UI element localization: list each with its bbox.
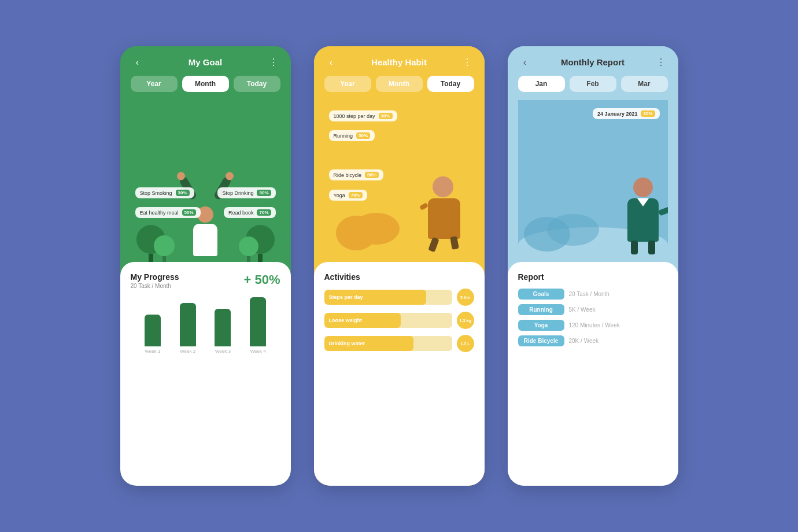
badge-bicycle: Ride bicycle 50%: [329, 169, 384, 180]
progress-title: My Progress: [131, 272, 179, 282]
bar-label-1: Week 1: [145, 349, 160, 354]
cloud-mid: [353, 213, 400, 245]
card-monthly-report: ‹ Monthly Report ⋮ Jan Feb Mar: [508, 46, 678, 486]
report-value-bicycle: 20K / Week: [569, 338, 599, 344]
report-row-goals: Goals 20 Task / Month: [518, 289, 668, 300]
water-bar-fill: Drinking water: [324, 336, 414, 351]
date-badge: 24 January 2021 30%: [593, 108, 660, 119]
card-title-3: Monthly Report: [532, 57, 654, 67]
bar-label-3: Week 3: [215, 349, 231, 354]
steps-value: 5 Km: [457, 289, 474, 306]
report-label-running: Running: [518, 304, 564, 315]
report-value-yoga: 120 Minutes / Week: [569, 322, 620, 328]
water-bar-bg: Drinking water: [324, 336, 452, 351]
tab-row: Year Month Today: [131, 76, 280, 92]
bar-week2: Week 2: [180, 303, 196, 354]
yellow-illustration: 1000 step per day 30% Running 50% Ride b…: [324, 100, 474, 262]
report-label-goals: Goals: [518, 289, 564, 300]
tab-jan[interactable]: Jan: [518, 76, 565, 92]
bar-3: [215, 309, 231, 346]
more-icon[interactable]: ⋮: [267, 57, 280, 68]
report-label-bicycle: Ride Bicycle: [518, 335, 564, 346]
report-title: Report: [518, 272, 668, 282]
blue-cloud-mid: [547, 214, 599, 246]
habit-read-book: Read book 70%: [224, 207, 276, 218]
back-icon[interactable]: ‹: [131, 57, 145, 68]
tab-row-3: Jan Feb Mar: [518, 76, 668, 92]
bar-4: [250, 297, 266, 346]
card-healthy-habit: ‹ Healthy Habit ⋮ Year Month Today: [314, 46, 485, 486]
back-icon-2[interactable]: ‹: [324, 57, 338, 68]
bar-week3: Week 3: [215, 309, 231, 354]
header-row-2: ‹ Healthy Habit ⋮: [324, 57, 474, 68]
progress-pct: + 50%: [244, 272, 280, 287]
report-row-yoga: Yoga 120 Minutes / Week: [518, 320, 668, 331]
card-blue-bottom: Report Goals 20 Task / Month Running 5K …: [508, 262, 678, 486]
bar-week1: Week 1: [145, 315, 161, 354]
tab-today[interactable]: Today: [234, 76, 280, 92]
card-green-top: ‹ My Goal ⋮ Year Month Today: [120, 46, 291, 262]
bar-label-4: Week 4: [250, 349, 266, 354]
tab-month-2[interactable]: Month: [376, 76, 423, 92]
bar-1: [145, 315, 161, 346]
business-person: [627, 178, 659, 242]
card-yellow-bottom: Activities Steps per day 5 Km Loose weig…: [314, 262, 485, 486]
progress-sub: 20 Task / Month: [131, 283, 179, 289]
weight-bar-bg: Loose weight: [324, 313, 452, 328]
green-illustration: Stop Smoking 30% Stop Drinking 50% Eat h…: [131, 100, 280, 262]
progress-header: My Progress 20 Task / Month + 50%: [131, 272, 280, 295]
report-value-goals: 20 Task / Month: [569, 291, 609, 297]
activity-weight: Loose weight 1.3 kg: [324, 312, 474, 329]
card-my-goal: ‹ My Goal ⋮ Year Month Today: [120, 46, 291, 486]
progress-info: My Progress 20 Task / Month: [131, 272, 179, 295]
tab-year-2[interactable]: Year: [324, 76, 371, 92]
bar-chart: Week 1 Week 2 Week 3 Week 4: [131, 302, 280, 354]
badge-steps: 1000 step per day 30%: [329, 110, 397, 121]
tree-left2: [154, 235, 175, 262]
steps-bar-fill: Steps per day: [324, 290, 427, 305]
fist-left: [175, 171, 186, 182]
tab-mar[interactable]: Mar: [621, 76, 668, 92]
card-green-bottom: My Progress 20 Task / Month + 50% Week 1…: [120, 262, 291, 486]
header-row: ‹ My Goal ⋮: [131, 57, 280, 68]
person-body: [193, 224, 217, 256]
weight-bar-fill: Loose weight: [324, 313, 401, 328]
bar-week4: Week 4: [250, 297, 266, 354]
fist-right: [224, 171, 235, 182]
tab-year[interactable]: Year: [131, 76, 178, 92]
report-value-running: 5K / Week: [569, 306, 596, 313]
report-row-bicycle: Ride Bicycle 20K / Week: [518, 335, 668, 346]
weight-value: 1.3 kg: [457, 312, 474, 329]
report-row-running: Running 5K / Week: [518, 304, 668, 315]
blue-illustration: 24 January 2021 30%: [518, 100, 668, 262]
activity-steps: Steps per day 5 Km: [324, 289, 474, 306]
tab-feb[interactable]: Feb: [570, 76, 616, 92]
more-icon-3[interactable]: ⋮: [654, 57, 668, 68]
tab-row-2: Year Month Today: [324, 76, 474, 92]
card-yellow-top: ‹ Healthy Habit ⋮ Year Month Today: [314, 46, 485, 262]
badge-running: Running 50%: [329, 130, 375, 141]
card-title: My Goal: [145, 57, 267, 67]
bar-2: [180, 303, 196, 346]
card-title-2: Healthy Habit: [338, 57, 460, 67]
habit-stop-smoking: Stop Smoking 30%: [135, 187, 194, 198]
back-icon-3[interactable]: ‹: [518, 57, 532, 68]
badge-yoga: Yoga 70%: [329, 190, 367, 201]
runner-person: [428, 176, 460, 239]
tab-today-2[interactable]: Today: [427, 76, 474, 92]
tree-right2: [239, 237, 258, 262]
activities-title: Activities: [324, 272, 474, 282]
activity-water: Drinking water 1.3 L: [324, 335, 474, 352]
card-blue-top: ‹ Monthly Report ⋮ Jan Feb Mar: [508, 46, 678, 262]
header-row-3: ‹ Monthly Report ⋮: [518, 57, 668, 68]
habit-eat-healthy: Eat healthy meal 50%: [135, 207, 201, 218]
steps-bar-bg: Steps per day: [324, 290, 452, 305]
bar-label-2: Week 2: [180, 349, 195, 354]
water-value: 1.3 L: [457, 335, 474, 352]
habit-stop-drinking: Stop Drinking 50%: [217, 187, 275, 198]
report-label-yoga: Yoga: [518, 320, 564, 331]
more-icon-2[interactable]: ⋮: [460, 57, 474, 68]
tab-month[interactable]: Month: [182, 76, 229, 92]
